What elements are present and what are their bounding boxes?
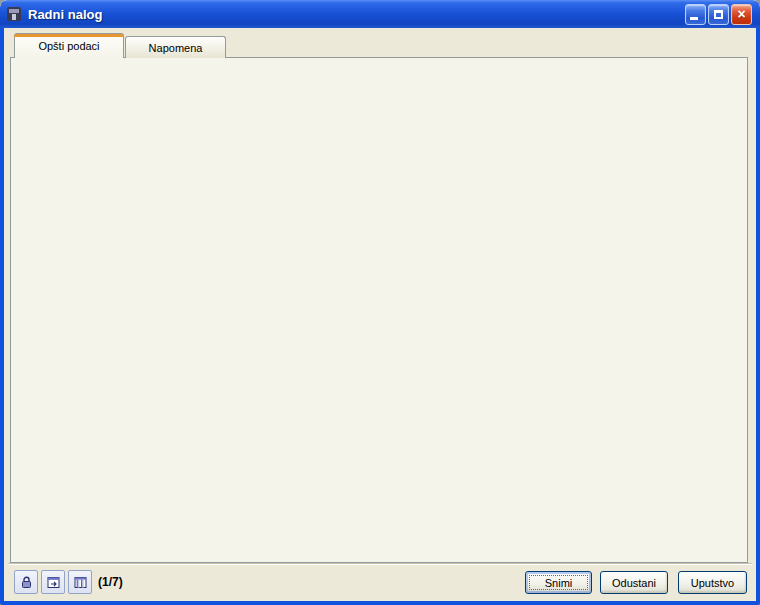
minimize-button[interactable] — [685, 4, 706, 25]
form-icon[interactable] — [41, 570, 65, 594]
snimi-button[interactable]: Snimi — [525, 571, 592, 594]
tab-panel — [10, 57, 748, 563]
lock-icon[interactable] — [14, 570, 38, 594]
tab-opsti-podaci[interactable]: Opšti podaci — [14, 33, 124, 58]
uputstvo-button[interactable]: Uputstvo — [678, 571, 747, 594]
window-title: Radni nalog — [28, 7, 685, 22]
app-icon — [6, 6, 22, 22]
divider — [8, 563, 752, 565]
close-button[interactable]: × — [731, 4, 752, 25]
tab-napomena[interactable]: Napomena — [125, 36, 226, 58]
maximize-button[interactable] — [708, 4, 729, 25]
page-counter: (1/7) — [98, 575, 123, 589]
titlebar[interactable]: Radni nalog × — [0, 0, 760, 28]
odustani-button[interactable]: Odustani — [600, 571, 668, 594]
columns-icon[interactable] — [68, 570, 92, 594]
radni-nalog-window: Radni nalog × Opšti podaci Napomena Unes… — [0, 0, 760, 605]
